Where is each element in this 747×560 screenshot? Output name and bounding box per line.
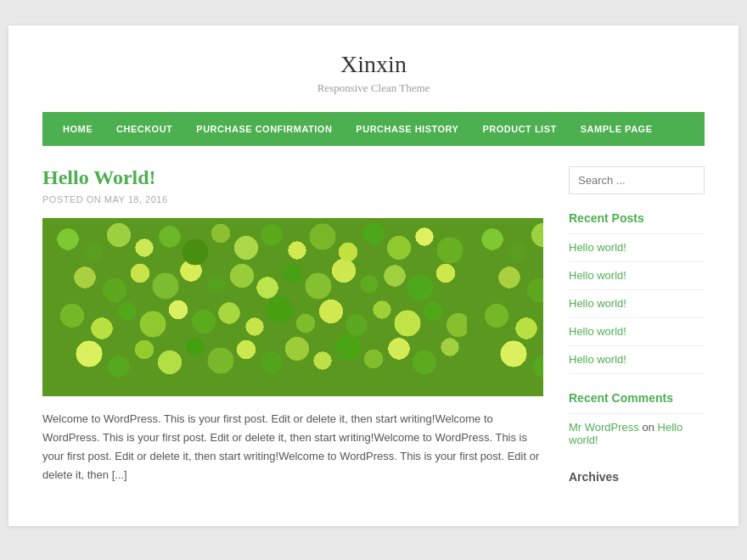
site-header: Xinxin Responsive Clean Theme xyxy=(42,51,705,95)
nav-link[interactable]: PURCHASE HISTORY xyxy=(344,112,470,146)
fruit-background xyxy=(42,218,543,396)
recent-post-link[interactable]: Hello world! xyxy=(569,325,626,338)
post-title: Hello World! xyxy=(42,166,543,189)
recent-post-item: Hello world! xyxy=(569,234,705,262)
recent-post-item: Hello world! xyxy=(569,290,705,318)
recent-post-item: Hello world! xyxy=(569,318,705,346)
nav-item: PURCHASE CONFIRMATION xyxy=(184,112,344,146)
nav-link[interactable]: PURCHASE CONFIRMATION xyxy=(184,112,344,146)
recent-post-link[interactable]: Hello world! xyxy=(569,241,626,254)
comment-item: Mr WordPress on Hello world! xyxy=(569,413,705,453)
main-content: Hello World! POSTED ON MAY 18, 2016 Welc… xyxy=(42,166,543,492)
comment-on-text: on xyxy=(642,421,657,434)
page-wrapper: Xinxin Responsive Clean Theme HOMECHECKO… xyxy=(8,25,739,526)
recent-comments-section: Recent Comments Mr WordPress on Hello wo… xyxy=(569,391,705,453)
recent-posts-section: Recent Posts Hello world!Hello world!Hel… xyxy=(569,211,705,374)
nav-bar: HOMECHECKOUTPURCHASE CONFIRMATIONPURCHAS… xyxy=(42,112,705,146)
nav-link[interactable]: SAMPLE PAGE xyxy=(569,112,665,146)
recent-posts-title: Recent Posts xyxy=(569,211,705,225)
nav-list: HOMECHECKOUTPURCHASE CONFIRMATIONPURCHAS… xyxy=(42,112,705,146)
recent-posts-list: Hello world!Hello world!Hello world!Hell… xyxy=(569,233,705,374)
post-excerpt: Welcome to WordPress. This is your first… xyxy=(42,410,543,484)
sidebar: Recent Posts Hello world!Hello world!Hel… xyxy=(569,166,705,492)
nav-link[interactable]: HOME xyxy=(51,112,104,146)
nav-item: HOME xyxy=(51,112,104,146)
nav-link[interactable]: PRODUCT LIST xyxy=(470,112,568,146)
nav-item: SAMPLE PAGE xyxy=(569,112,665,146)
recent-post-link[interactable]: Hello world! xyxy=(569,269,626,282)
nav-item: PURCHASE HISTORY xyxy=(344,112,470,146)
content-area: Hello World! POSTED ON MAY 18, 2016 Welc… xyxy=(42,166,705,492)
site-tagline: Responsive Clean Theme xyxy=(42,81,705,95)
archives-title: Archives xyxy=(569,470,705,484)
recent-post-link[interactable]: Hello world! xyxy=(569,297,626,310)
comment-author-link[interactable]: Mr WordPress xyxy=(569,421,639,434)
archives-section: Archives xyxy=(569,470,705,484)
recent-comments-title: Recent Comments xyxy=(569,391,705,405)
nav-link[interactable]: CHECKOUT xyxy=(104,112,184,146)
recent-post-item: Hello world! xyxy=(569,262,705,290)
post-meta: POSTED ON MAY 18, 2016 xyxy=(42,194,543,204)
site-title: Xinxin xyxy=(42,51,705,78)
nav-item: CHECKOUT xyxy=(104,112,184,146)
post-image xyxy=(42,218,543,396)
recent-post-link[interactable]: Hello world! xyxy=(569,353,626,366)
recent-post-item: Hello world! xyxy=(569,346,705,374)
search-input[interactable] xyxy=(569,166,705,194)
nav-item: PRODUCT LIST xyxy=(470,112,568,146)
